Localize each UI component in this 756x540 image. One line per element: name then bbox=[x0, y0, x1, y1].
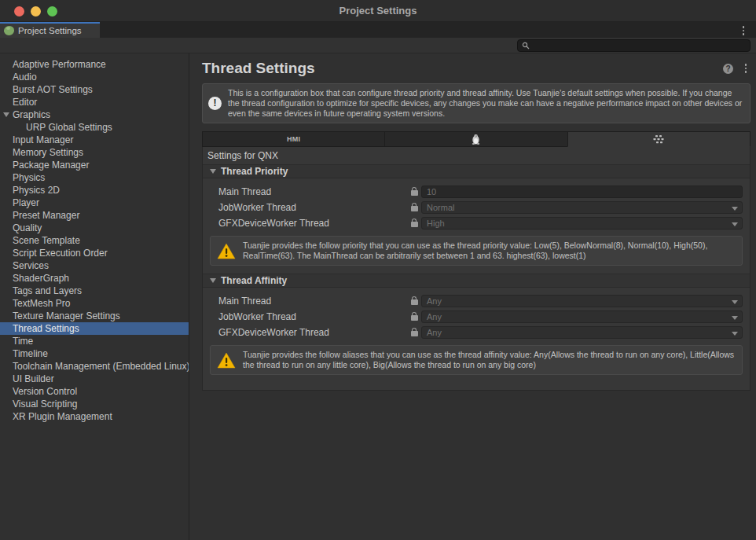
lock-icon[interactable] bbox=[411, 299, 418, 305]
lock-icon[interactable] bbox=[411, 222, 418, 227]
lock-icon[interactable] bbox=[411, 331, 418, 336]
sidebar-item-timeline[interactable]: Timeline bbox=[0, 347, 189, 360]
sidebar-item-label: Thread Settings bbox=[13, 323, 79, 334]
settings-sidebar: Adaptive PerformanceAudioBurst AOT Setti… bbox=[0, 53, 189, 540]
window-title: Project Settings bbox=[0, 0, 756, 22]
sidebar-item-time[interactable]: Time bbox=[0, 335, 189, 347]
warning-text: Tuanjie provides the follow priority tha… bbox=[243, 241, 736, 261]
chevron-down-icon bbox=[732, 207, 738, 211]
chevron-down-icon bbox=[732, 332, 738, 336]
platform-tab-hmi[interactable]: HMI bbox=[202, 131, 384, 147]
sidebar-item-textmesh-pro[interactable]: TextMesh Pro bbox=[0, 297, 189, 310]
value-dropdown[interactable]: Normal bbox=[421, 201, 743, 214]
foldout-arrow-icon[interactable] bbox=[3, 112, 9, 117]
lock-icon[interactable] bbox=[411, 315, 418, 321]
warning-box: Tuanjie provides the follow priority tha… bbox=[210, 236, 743, 266]
warning-triangle-icon bbox=[217, 243, 236, 259]
sidebar-item-label: TextMesh Pro bbox=[13, 298, 70, 309]
section-title: Thread Priority bbox=[221, 166, 288, 177]
lock-icon[interactable] bbox=[411, 190, 418, 196]
platform-tab-label: HMI bbox=[287, 135, 300, 143]
sidebar-item-toolchain-management-embedded-linux[interactable]: Toolchain Management (Embedded Linux) bbox=[0, 360, 189, 373]
chevron-down-icon bbox=[732, 316, 738, 320]
warning-box: Tuanjie provides the follow aliases that… bbox=[210, 345, 743, 375]
sidebar-item-physics-2d[interactable]: Physics 2D bbox=[0, 184, 189, 197]
foldout-arrow-icon bbox=[210, 169, 216, 174]
section-header-thread-priority[interactable]: Thread Priority bbox=[203, 164, 750, 178]
config-info-box: ! This is a configuration box that can c… bbox=[202, 83, 750, 123]
info-bubble-icon: ! bbox=[208, 97, 222, 110]
warning-text: Tuanjie provides the follow aliases that… bbox=[243, 350, 736, 370]
value-text: 10 bbox=[427, 187, 436, 197]
sidebar-item-label: Tags and Layers bbox=[13, 285, 82, 296]
sidebar-item-player[interactable]: Player bbox=[0, 197, 189, 209]
sidebar-item-label: Preset Manager bbox=[13, 210, 79, 221]
value-dropdown[interactable]: Any bbox=[421, 326, 743, 339]
value-dropdown[interactable]: Any bbox=[421, 295, 743, 307]
sidebar-item-memory-settings[interactable]: Memory Settings bbox=[0, 146, 189, 159]
search-box[interactable] bbox=[517, 39, 750, 52]
foldout-arrow-icon bbox=[210, 278, 216, 283]
sidebar-item-graphics[interactable]: Graphics bbox=[0, 108, 189, 121]
sidebar-item-input-manager[interactable]: Input Manager bbox=[0, 134, 189, 146]
section-header-thread-affinity[interactable]: Thread Affinity bbox=[203, 274, 750, 288]
project-settings-window: Project Settings Project Settings Adapti… bbox=[0, 0, 756, 540]
tab-strip-menu-icon[interactable] bbox=[739, 26, 748, 35]
sidebar-item-texture-manager-settings[interactable]: Texture Manager Settings bbox=[0, 310, 189, 322]
sidebar-item-label: Time bbox=[13, 336, 33, 347]
value-input[interactable]: 10 bbox=[421, 186, 743, 198]
sidebar-item-thread-settings[interactable]: Thread Settings bbox=[0, 322, 189, 335]
sidebar-item-label: Scene Template bbox=[13, 235, 80, 246]
sidebar-item-ui-builder[interactable]: UI Builder bbox=[0, 373, 189, 385]
thread-settings-panel: Thread Settings ? ! This is a configurat… bbox=[189, 53, 756, 540]
lock-icon[interactable] bbox=[411, 206, 418, 211]
sidebar-item-services[interactable]: Services bbox=[0, 259, 189, 272]
toolbar bbox=[0, 38, 756, 53]
sidebar-item-label: Player bbox=[13, 197, 39, 208]
value-text: Any bbox=[427, 312, 442, 321]
setting-label: Main Thread bbox=[203, 296, 407, 307]
value-dropdown[interactable]: Any bbox=[421, 310, 743, 323]
value-text: Normal bbox=[427, 203, 454, 212]
sidebar-item-physics[interactable]: Physics bbox=[0, 171, 189, 184]
sidebar-item-label: XR Plugin Management bbox=[13, 411, 112, 422]
sidebar-item-burst-aot-settings[interactable]: Burst AOT Settings bbox=[0, 83, 189, 96]
sidebar-item-visual-scripting[interactable]: Visual Scripting bbox=[0, 398, 189, 410]
sidebar-item-editor[interactable]: Editor bbox=[0, 96, 189, 108]
value-dropdown[interactable]: High bbox=[421, 217, 743, 230]
platform-tab-qnx-dots[interactable] bbox=[567, 131, 750, 147]
sidebar-item-label: Editor bbox=[13, 97, 37, 108]
page-menu-icon[interactable] bbox=[741, 64, 750, 73]
linux-penguin-icon bbox=[471, 134, 481, 145]
settings-for-label: Settings for QNX bbox=[203, 147, 750, 164]
sidebar-item-urp-global-settings[interactable]: URP Global Settings bbox=[0, 121, 189, 134]
sidebar-item-xr-plugin-management[interactable]: XR Plugin Management bbox=[0, 410, 189, 423]
sidebar-item-preset-manager[interactable]: Preset Manager bbox=[0, 209, 189, 222]
sidebar-item-scene-template[interactable]: Scene Template bbox=[0, 234, 189, 247]
sidebar-item-adaptive-performance[interactable]: Adaptive Performance bbox=[0, 58, 189, 71]
sidebar-item-label: Physics bbox=[13, 172, 45, 183]
sidebar-item-version-control[interactable]: Version Control bbox=[0, 385, 189, 398]
sidebar-item-script-execution-order[interactable]: Script Execution Order bbox=[0, 247, 189, 259]
setting-label: GFXDeviceWorker Thread bbox=[203, 327, 407, 338]
sidebar-item-label: Package Manager bbox=[13, 160, 89, 171]
sidebar-item-label: Texture Manager Settings bbox=[13, 310, 120, 321]
search-input[interactable] bbox=[530, 41, 734, 50]
sidebar-item-label: Graphics bbox=[13, 109, 50, 120]
platform-tab-linux-penguin[interactable] bbox=[384, 131, 567, 147]
sidebar-item-label: URP Global Settings bbox=[26, 122, 112, 133]
sidebar-item-label: Physics 2D bbox=[13, 185, 60, 196]
search-icon bbox=[522, 42, 530, 50]
setting-row-gfxdeviceworker-thread: GFXDeviceWorker ThreadAny bbox=[203, 325, 750, 340]
setting-label: GFXDeviceWorker Thread bbox=[203, 218, 407, 229]
sidebar-item-tags-and-layers[interactable]: Tags and Layers bbox=[0, 285, 189, 297]
sidebar-item-label: Adaptive Performance bbox=[13, 59, 106, 70]
sidebar-item-quality[interactable]: Quality bbox=[0, 222, 189, 234]
tab-project-settings[interactable]: Project Settings bbox=[0, 22, 100, 38]
sidebar-item-audio[interactable]: Audio bbox=[0, 71, 189, 83]
sidebar-item-shadergraph[interactable]: ShaderGraph bbox=[0, 272, 189, 285]
help-icon[interactable]: ? bbox=[723, 64, 733, 74]
sidebar-item-label: Script Execution Order bbox=[13, 248, 108, 259]
editor-tab-strip: Project Settings bbox=[0, 22, 756, 38]
sidebar-item-package-manager[interactable]: Package Manager bbox=[0, 159, 189, 171]
